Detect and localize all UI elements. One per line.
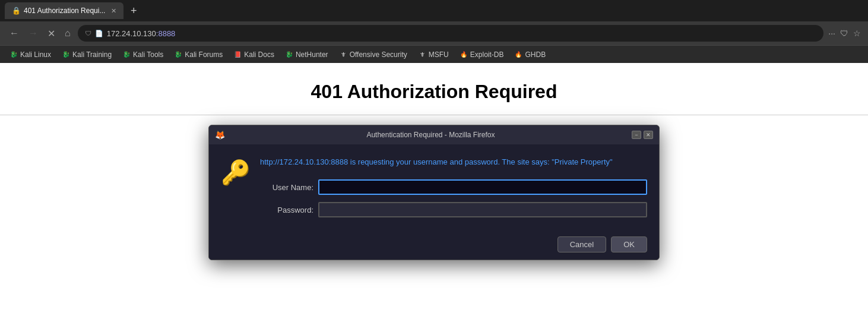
- username-label: User Name:: [260, 183, 313, 192]
- exploit-db-icon: 🔥: [460, 50, 468, 59]
- username-input[interactable]: [318, 179, 647, 195]
- tab-label: 401 Authorization Requi...: [24, 7, 105, 15]
- dialog-minimize-button[interactable]: −: [632, 131, 641, 139]
- bookmark-kali-training[interactable]: 🐉 Kali Training: [57, 49, 116, 61]
- offensive-security-icon: 🗡: [339, 50, 347, 59]
- bookmark-exploit-db[interactable]: 🔥 Exploit-DB: [455, 49, 509, 61]
- cancel-button[interactable]: Cancel: [557, 236, 606, 252]
- dialog-fields: User Name: Password:: [260, 179, 647, 217]
- dialog-footer: Cancel OK: [209, 229, 659, 260]
- tab-close-button[interactable]: ✕: [111, 7, 116, 15]
- bookmark-kali-forums[interactable]: 🐉 Kali Forums: [169, 49, 227, 61]
- dialog-body: 🔑 http://172.24.10.130:8888 is requestin…: [209, 144, 659, 230]
- bookmark-kali-tools[interactable]: 🐉 Kali Tools: [118, 49, 168, 61]
- password-label: Password:: [260, 206, 313, 214]
- key-icon: 🔑: [221, 156, 251, 218]
- bookmark-kali-tools-label: Kali Tools: [133, 50, 163, 59]
- nav-bar: ← → ✕ ⌂ 🛡 📄 172.24.10.130:8888 ··· 🛡 ☆: [0, 21, 868, 45]
- close-reload-button[interactable]: ✕: [45, 26, 58, 42]
- kali-linux-icon: 🐉: [9, 50, 18, 59]
- shield-button[interactable]: 🛡: [840, 29, 848, 38]
- nethunter-icon: 🐉: [285, 50, 293, 59]
- back-button[interactable]: ←: [7, 26, 21, 41]
- kali-forums-icon: 🐉: [174, 50, 182, 59]
- bookmark-kali-training-label: Kali Training: [72, 50, 112, 59]
- ghdb-icon: 🔥: [514, 50, 522, 59]
- favicon-icon: 📄: [95, 30, 103, 37]
- address-bar[interactable]: 🛡 📄 172.24.10.130:8888: [78, 25, 824, 42]
- bookmark-nethunter-label: NetHunter: [296, 50, 328, 59]
- bookmark-offensive-security-label: Offensive Security: [350, 50, 407, 59]
- dialog-window-buttons: − ✕: [632, 131, 653, 139]
- kali-docs-icon: 📕: [233, 50, 242, 59]
- browser-tab-active[interactable]: 🔒 401 Authorization Requi... ✕: [5, 2, 123, 19]
- bookmarks-bar: 🐉 Kali Linux 🐉 Kali Training 🐉 Kali Tool…: [0, 45, 868, 63]
- nav-right-buttons: ··· 🛡 ☆: [828, 29, 861, 38]
- bookmark-ghdb[interactable]: 🔥 GHDB: [509, 49, 550, 61]
- dialog-overlay: 🦊 Authentication Required - Mozilla Fire…: [0, 63, 868, 322]
- dialog-close-button[interactable]: ✕: [644, 131, 653, 139]
- username-field-row: User Name:: [260, 179, 647, 195]
- tab-bar: 🔒 401 Authorization Requi... ✕ +: [0, 0, 868, 21]
- bookmark-nethunter[interactable]: 🐉 NetHunter: [280, 49, 333, 61]
- address-text: 172.24.10.130:8888: [107, 29, 817, 38]
- bookmark-offensive-security[interactable]: 🗡 Offensive Security: [334, 49, 412, 61]
- bookmark-ghdb-label: GHDB: [525, 50, 546, 59]
- bookmark-kali-docs[interactable]: 📕 Kali Docs: [229, 49, 279, 61]
- star-button[interactable]: ☆: [853, 29, 861, 38]
- security-icon: 🛡: [85, 30, 91, 37]
- bookmark-kali-forums-label: Kali Forums: [185, 50, 223, 59]
- page-content: 401 Authorization Required nginx/1.10.3 …: [0, 63, 868, 322]
- bookmark-kali-linux[interactable]: 🐉 Kali Linux: [5, 49, 56, 61]
- msfu-icon: 🗡: [418, 50, 426, 59]
- new-tab-button[interactable]: +: [126, 5, 142, 17]
- kali-tools-icon: 🐉: [122, 50, 131, 59]
- kali-training-icon: 🐉: [62, 50, 70, 59]
- bookmark-msfu-label: MSFU: [429, 50, 449, 59]
- bookmark-exploit-db-label: Exploit-DB: [470, 50, 504, 59]
- dialog-content: http://172.24.10.130:8888 is requesting …: [260, 156, 647, 218]
- bookmark-msfu[interactable]: 🗡 MSFU: [413, 49, 454, 61]
- dialog-titlebar: 🦊 Authentication Required - Mozilla Fire…: [209, 125, 659, 144]
- ok-button[interactable]: OK: [611, 236, 647, 252]
- auth-dialog: 🦊 Authentication Required - Mozilla Fire…: [208, 125, 660, 261]
- browser-chrome: 🔒 401 Authorization Requi... ✕ + ← → ✕ ⌂…: [0, 0, 868, 63]
- bookmark-kali-docs-label: Kali Docs: [244, 50, 274, 59]
- tab-favicon: 🔒: [12, 7, 20, 15]
- firefox-icon: 🦊: [215, 130, 225, 140]
- dialog-title: Authentication Required - Mozilla Firefo…: [230, 131, 632, 139]
- password-field-row: Password:: [260, 202, 647, 217]
- dialog-message: http://172.24.10.130:8888 is requesting …: [260, 156, 647, 168]
- more-button[interactable]: ···: [828, 29, 835, 38]
- forward-button[interactable]: →: [26, 26, 40, 41]
- password-input[interactable]: [318, 202, 647, 217]
- home-button[interactable]: ⌂: [62, 26, 73, 41]
- bookmark-kali-linux-label: Kali Linux: [20, 50, 51, 59]
